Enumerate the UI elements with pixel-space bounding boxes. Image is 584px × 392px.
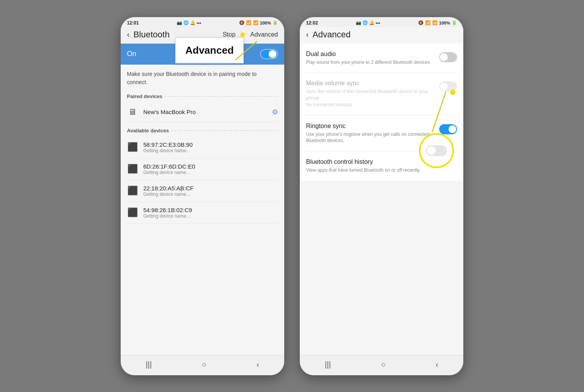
- page-title-right: Advanced: [313, 30, 457, 40]
- device-status-1: Getting device name…: [143, 148, 278, 153]
- advanced-button[interactable]: Advanced: [250, 31, 278, 38]
- right-phone-wrapper: 12:02 📷 🌐 🔔 ••• 🔇 📶 📶 100% 🔋 ‹ Advanced …: [300, 17, 463, 375]
- app-bar-right: ‹ Advanced: [300, 27, 463, 44]
- nav-bar-right: ||| ○ ‹: [300, 355, 463, 375]
- battery-percent-right: 100%: [439, 21, 450, 25]
- available-device-4[interactable]: ⬛ 54:98:26:1B:02:C9 Getting device name…: [127, 202, 278, 224]
- back-nav-button-right[interactable]: ‹: [436, 360, 438, 369]
- back-nav-button-left[interactable]: ‹: [257, 360, 259, 369]
- bluetooth-toggle[interactable]: [260, 49, 278, 59]
- bluetooth-on-label: On: [127, 50, 136, 58]
- battery-percent-left: 100%: [260, 21, 271, 25]
- signal-bars-icon: 📶: [253, 20, 259, 25]
- dual-audio-title: Dual audio: [306, 51, 434, 58]
- ringtone-sync-text: Ringtone sync Use your phone's ringtone …: [306, 123, 434, 144]
- status-bar-right: 12:02 📷 🌐 🔔 ••• 🔇 📶 📶 100% 🔋: [300, 17, 463, 27]
- battery-icon-right: 🔋: [452, 20, 457, 25]
- device-info-macbook: New's MacBook Pro: [143, 109, 266, 115]
- right-phone: 12:02 📷 🌐 🔔 ••• 🔇 📶 📶 100% 🔋 ‹ Advanced …: [300, 17, 463, 375]
- device-info-1: 58:97:2C:E3:0B:90 Getting device name…: [143, 141, 278, 153]
- advanced-tooltip-text: Advanced: [185, 44, 234, 56]
- status-bar-left: 12:01 📷 🌐 🔔 ••• 🔇 📶 📶 100% 🔋: [121, 17, 284, 27]
- media-volume-text: Media volume sync Sync the volume of the…: [306, 80, 434, 108]
- device-name-3: 22:18:20:A5:AB:CF: [143, 185, 278, 192]
- paired-devices-header: Paired devices: [127, 93, 278, 99]
- device-info-2: 6D:26:1F:6D:DC:E0 Getting device name…: [143, 163, 278, 175]
- available-devices-header: Available devices: [127, 128, 278, 134]
- yellow-dot-dual-audio: [450, 90, 456, 95]
- media-volume-title: Media volume sync: [306, 80, 434, 87]
- toggle-in-circle: [426, 145, 447, 156]
- device-name-macbook: New's MacBook Pro: [143, 109, 266, 115]
- bt-history-desc: View apps that have turned Bluetooth on …: [306, 167, 452, 174]
- device-name-1: 58:97:2C:E3:0B:90: [143, 141, 278, 148]
- recents-button-left[interactable]: |||: [146, 360, 152, 369]
- camera-icon: 📷: [177, 20, 182, 25]
- settings-gear-icon[interactable]: ⚙: [272, 108, 278, 116]
- paired-device-macbook[interactable]: 🖥 New's MacBook Pro ⚙: [127, 102, 278, 122]
- dual-audio-text: Dual audio Play sound from your phone to…: [306, 51, 434, 66]
- available-device-2[interactable]: ⬛ 6D:26:1F:6D:DC:E0 Getting device name…: [127, 158, 278, 180]
- advanced-tooltip: Advanced: [175, 37, 244, 63]
- section-divider: [165, 96, 278, 97]
- device-name-4: 54:98:26:1B:02:C9: [143, 207, 278, 213]
- ringtone-sync-title: Ringtone sync: [306, 123, 434, 130]
- advanced-settings-body: Dual audio Play sound from your phone to…: [300, 44, 463, 355]
- status-right-left: 🔇 📶 📶 100% 🔋: [239, 20, 278, 25]
- back-button-right[interactable]: ‹: [306, 30, 309, 39]
- device-icon-4: ⬛: [127, 207, 138, 218]
- status-time-right: 12:02: [306, 20, 318, 26]
- yellow-circle-annotation: [419, 133, 454, 168]
- dual-audio-desc: Play sound from your phone to 2 differen…: [306, 59, 434, 66]
- camera-icon-r: 📷: [356, 20, 361, 25]
- device-name-2: 6D:26:1F:6D:DC:E0: [143, 163, 278, 170]
- ringtone-sync-toggle[interactable]: [439, 124, 457, 134]
- wifi-icon: 📶: [246, 20, 252, 25]
- home-button-right[interactable]: ○: [381, 360, 385, 369]
- device-icon-2: ⬛: [127, 164, 138, 174]
- bluetooth-body: Make sure your Bluetooth device is in pa…: [121, 65, 284, 355]
- battery-icon-left: 🔋: [273, 20, 278, 25]
- notification-icon-r: 🔔: [369, 20, 375, 25]
- available-device-3[interactable]: ⬛ 22:18:20:A5:AB:CF Getting device name…: [127, 180, 278, 202]
- device-status-2: Getting device name…: [143, 170, 278, 175]
- status-right-right: 🔇 📶 📶 100% 🔋: [418, 20, 457, 25]
- wifi-icon-r: 📶: [425, 20, 431, 25]
- media-volume-desc: Sync the volume of the connected Bluetoo…: [306, 88, 434, 108]
- device-status-3: Getting device name…: [143, 192, 278, 197]
- device-status-4: Getting device name…: [143, 213, 278, 219]
- dual-audio-item: Dual audio Play sound from your phone to…: [300, 44, 463, 73]
- media-volume-item: Media volume sync Sync the volume of the…: [300, 73, 463, 115]
- left-phone: 12:01 📷 🌐 🔔 ••• 🔇 📶 📶 100% 🔋 ‹ Bluetooth…: [121, 17, 284, 375]
- nav-bar-left: ||| ○ ‹: [121, 355, 284, 375]
- back-button-left[interactable]: ‹: [127, 30, 130, 39]
- device-info-4: 54:98:26:1B:02:C9 Getting device name…: [143, 207, 278, 219]
- device-icon-1: ⬛: [127, 142, 138, 152]
- available-device-1[interactable]: ⬛ 58:97:2C:E3:0B:90 Getting device name…: [127, 137, 278, 158]
- status-time-left: 12:01: [127, 20, 139, 26]
- mute-icon: 🔇: [239, 20, 245, 25]
- device-icon-3: ⬛: [127, 186, 138, 196]
- pairing-hint: Make sure your Bluetooth device is in pa…: [127, 70, 278, 86]
- laptop-icon: 🖥: [127, 107, 138, 117]
- section-divider-available: [171, 130, 278, 131]
- device-info-3: 22:18:20:A5:AB:CF Getting device name…: [143, 185, 278, 197]
- recents-button-right[interactable]: |||: [325, 360, 331, 369]
- notification-icon: 🔔: [190, 20, 195, 25]
- globe-icon: 🌐: [183, 20, 189, 25]
- ringtone-sync-desc: Use your phone's ringtone when you get c…: [306, 131, 434, 144]
- signal-bars-icon-r: 📶: [432, 20, 438, 25]
- dual-audio-toggle[interactable]: [439, 52, 457, 62]
- mute-icon-r: 🔇: [418, 20, 424, 25]
- home-button-left[interactable]: ○: [202, 360, 206, 369]
- globe-icon-r: 🌐: [362, 20, 368, 25]
